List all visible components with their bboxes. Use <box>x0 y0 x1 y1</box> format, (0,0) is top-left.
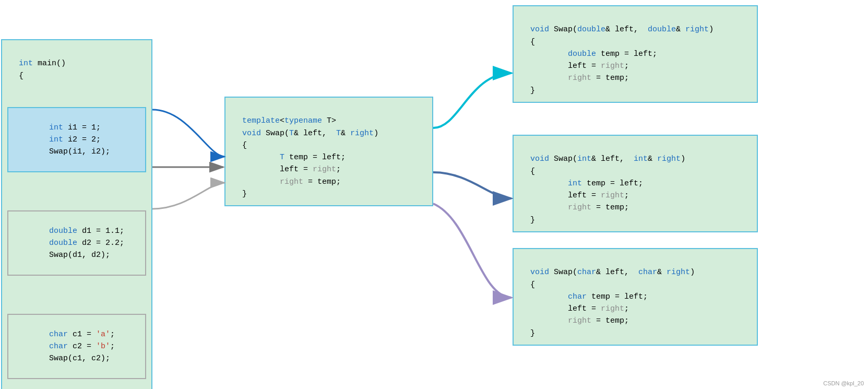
tpl-line-4: T temp = left; <box>242 153 346 162</box>
double-swap-sig: void Swap(double& left, double& right) <box>530 25 714 34</box>
char-line-1: char c1 = 'a'; <box>30 330 115 339</box>
char-line-2: char c2 = 'b'; <box>30 342 115 351</box>
tpl-line-1: template<typename T> <box>242 116 336 125</box>
int-line-1: int i1 = 1; <box>30 123 101 132</box>
char-swap-l1: char temp = left; <box>530 292 648 301</box>
int-swap-l2: left = right; <box>530 191 629 200</box>
char-swap-sig: void Swap(char& left, char& right) <box>530 268 695 277</box>
watermark: CSDN @kpl_20 <box>823 380 864 386</box>
double-swap-l3: right = temp; <box>530 74 629 82</box>
main-header: int main() <box>19 59 66 68</box>
double-line-2: double d2 = 2.2; <box>30 239 124 247</box>
int-swap-l3: right = temp; <box>530 203 629 212</box>
arrow-template-to-int <box>433 172 512 198</box>
char-swap-close: } <box>530 329 535 338</box>
main-open-brace: { <box>19 72 23 80</box>
main-code-box: int main() { int i1 = 1; int i2 = 2; Swa… <box>1 39 152 389</box>
tpl-line-2: void Swap(T& left, T& right) <box>242 129 378 138</box>
double-swap-open: { <box>530 38 535 46</box>
template-code-box: template<typename T> void Swap(T& left, … <box>224 97 433 206</box>
double-line-1: double d1 = 1.1; <box>30 227 124 235</box>
arrow-template-to-double <box>433 73 512 128</box>
double-swap-l1: double temp = left; <box>530 50 657 58</box>
int-swap-box: void Swap(int& left, int& right) { int t… <box>513 135 758 232</box>
double-line-3: Swap(d1, d2); <box>30 251 110 260</box>
tpl-line-3: { <box>242 141 247 150</box>
arrow-char-to-template <box>152 183 224 209</box>
char-swap-l2: left = right; <box>530 304 629 313</box>
int-section: int i1 = 1; int i2 = 2; Swap(i1, i2); <box>7 107 146 172</box>
tpl-line-7: } <box>242 190 247 198</box>
int-swap-open: { <box>530 167 535 176</box>
double-swap-box: void Swap(double& left, double& right) {… <box>513 5 758 103</box>
int-swap-l1: int temp = left; <box>530 179 643 188</box>
int-swap-close: } <box>530 216 535 225</box>
char-section: char c1 = 'a'; char c2 = 'b'; Swap(c1, c… <box>7 314 146 379</box>
tpl-line-6: right = temp; <box>242 178 341 186</box>
double-swap-close: } <box>530 86 535 95</box>
int-line-2: int i2 = 2; <box>30 135 101 144</box>
arrow-int-to-template <box>152 110 224 157</box>
int-line-3: Swap(i1, i2); <box>30 147 110 156</box>
char-swap-open: { <box>530 280 535 289</box>
arrow-template-to-char <box>433 204 512 298</box>
tpl-line-5: left = right; <box>242 165 341 174</box>
char-line-3: Swap(c1, c2); <box>30 354 110 363</box>
int-swap-sig: void Swap(int& left, int& right) <box>530 155 685 163</box>
char-swap-box: void Swap(char& left, char& right) { cha… <box>513 248 758 346</box>
char-swap-l3: right = temp; <box>530 316 629 325</box>
double-section: double d1 = 1.1; double d2 = 2.2; Swap(d… <box>7 210 146 275</box>
double-swap-l2: left = right; <box>530 62 629 70</box>
